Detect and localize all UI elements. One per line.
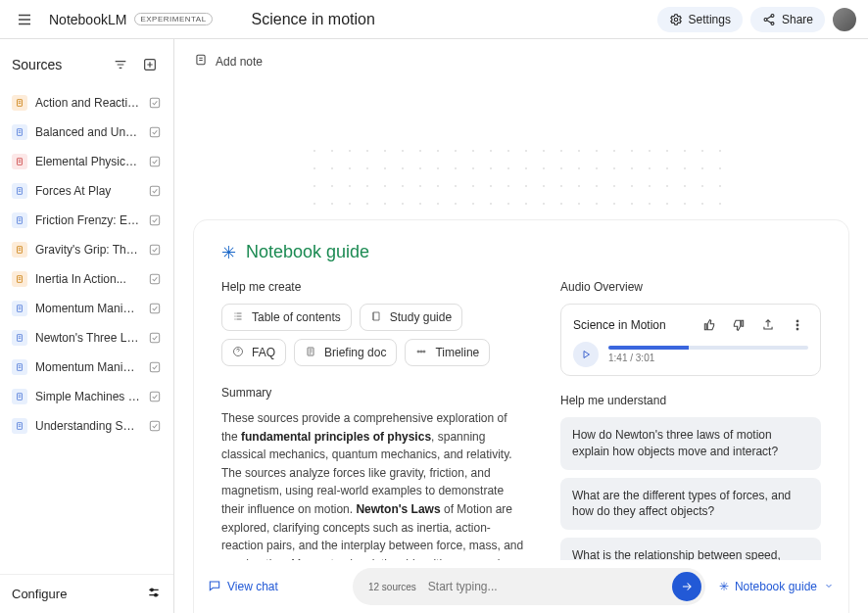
export-icon[interactable] [757,314,779,336]
check-icon [148,272,162,286]
source-item[interactable]: Gravity's Grip: The Force... [0,235,173,264]
doc-icon [12,154,27,169]
chat-icon [208,579,221,595]
svg-rect-19 [18,306,23,312]
source-item[interactable]: Understanding Speed, Ve... [0,411,173,441]
check-icon [148,155,162,168]
configure-label: Configure [12,587,67,601]
view-chat-button[interactable]: View chat [194,579,278,595]
thumbs-up-icon[interactable] [699,314,720,336]
share-icon [762,13,776,26]
chip-timeline[interactable]: Timeline [405,339,490,366]
notebook-guide-button[interactable]: ✳ Notebook guide [719,580,848,594]
sources-count: 12 sources [362,582,422,592]
source-item[interactable]: Elemental Physics, Third... [0,147,173,176]
svg-point-38 [796,324,798,326]
svg-rect-24 [150,362,159,371]
svg-rect-27 [18,423,23,430]
spark-icon: ✳ [221,244,236,261]
doc-icon [12,183,27,199]
svg-rect-20 [150,304,159,312]
check-icon [148,184,162,198]
check-icon [148,331,162,345]
svg-rect-25 [18,394,23,401]
chip-toc[interactable]: Table of contents [221,304,352,331]
settings-button[interactable]: Settings [657,7,743,32]
help-create-label: Help me create [221,280,525,294]
chip-faq[interactable]: FAQ [221,339,286,366]
source-item[interactable]: Newton's Three Laws... [0,323,173,353]
source-name: Balanced and Unbalance... [35,125,140,139]
share-button[interactable]: Share [750,7,825,32]
brand-name: NotebookLM [49,12,126,27]
source-item[interactable]: Forces At Play [0,176,173,206]
play-button[interactable] [573,342,599,367]
source-item[interactable]: Balanced and Unbalance... [0,118,173,147]
chip-study-guide[interactable]: Study guide [360,304,462,331]
source-item[interactable]: Simple Machines Make... [0,382,173,411]
source-name: Newton's Three Laws... [35,331,140,345]
check-icon [148,125,162,139]
hamburger-menu-button[interactable] [12,7,37,32]
audio-card: Science in Motion 1:41 / 3:01 [560,304,821,376]
timeline-icon [415,346,429,359]
source-item[interactable]: Friction Frenzy: Explorin... [0,206,173,235]
add-source-button[interactable] [138,53,162,76]
check-icon [148,419,162,433]
source-name: Action and Reaction [35,96,140,110]
doc-icon [12,389,27,404]
svg-rect-21 [18,335,23,342]
doc-icon [12,359,27,375]
thumbs-down-icon[interactable] [728,314,749,336]
svg-rect-13 [18,217,23,224]
help-understand-label: Help me understand [560,394,821,407]
add-note-button[interactable]: Add note [174,39,868,83]
check-icon [148,302,162,315]
svg-rect-23 [18,364,23,371]
question-item[interactable]: What are the different types of forces, … [560,478,821,531]
send-button[interactable] [672,572,701,601]
source-item[interactable]: Momentum Mania: Inves... [0,294,173,323]
chat-input-wrap: 12 sources [353,568,705,605]
svg-point-0 [674,18,678,22]
audio-title: Science in Motion [573,318,691,332]
sidebar: Sources Action and ReactionBalanced and … [0,39,174,613]
configure-row[interactable]: Configure [0,574,173,613]
check-icon [148,243,162,257]
svg-rect-10 [150,157,159,165]
svg-rect-18 [150,274,159,283]
svg-point-30 [155,593,158,596]
sources-list: Action and ReactionBalanced and Unbalanc… [0,88,173,574]
svg-rect-5 [18,100,23,107]
source-item[interactable]: Action and Reaction [0,88,173,118]
svg-rect-31 [197,55,205,64]
share-label: Share [782,13,813,26]
more-icon[interactable] [787,314,808,336]
doc-icon [12,242,27,258]
summary-label: Summary [221,386,525,400]
svg-point-37 [796,320,798,322]
source-name: Gravity's Grip: The Force... [35,243,140,257]
svg-rect-16 [150,245,159,254]
audio-track[interactable]: 1:41 / 3:01 [608,346,808,363]
check-icon [148,96,162,110]
chat-input[interactable] [422,574,672,599]
doc-icon [12,124,27,140]
doc-icon [12,418,27,434]
svg-rect-6 [150,98,159,107]
sources-heading: Sources [12,57,103,72]
source-name: Momentum Mania: Inves... [35,302,140,315]
source-item[interactable]: Inertia In Action... [0,264,173,294]
notebook-guide-card: ✳ Notebook guide Help me create Table of… [194,220,848,613]
filter-icon[interactable] [109,53,132,76]
source-item[interactable]: Momentum Mania: Inves... [0,353,173,382]
source-name: Momentum Mania: Inves... [35,360,140,374]
avatar[interactable] [833,8,856,31]
bottom-bar: View chat 12 sources ✳ Notebook guide [194,560,848,613]
notebook-title: Science in motion [252,11,375,28]
svg-rect-11 [18,188,23,195]
question-item[interactable]: How do Newton's three laws of motion exp… [560,417,821,470]
chip-briefing[interactable]: Briefing doc [294,339,397,366]
svg-rect-8 [150,127,159,136]
experimental-badge: EXPERIMENTAL [134,13,212,25]
